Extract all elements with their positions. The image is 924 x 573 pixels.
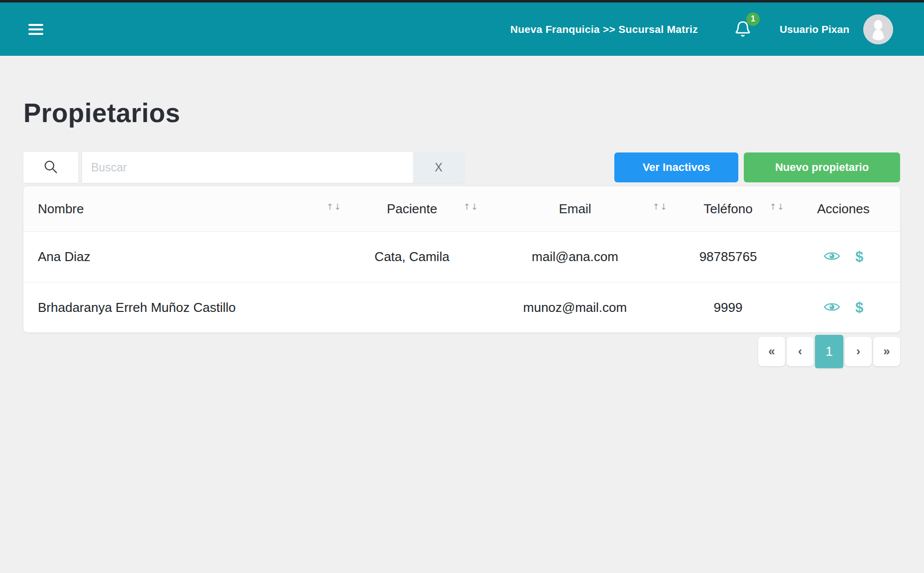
dollar-icon: $ [855, 249, 863, 265]
main-content: Propietarios X Ver Inactivos Nuevo propi… [0, 98, 924, 369]
search-icon [43, 159, 59, 176]
sort-icon: ↑↓ [653, 202, 668, 212]
table-row: Brhadaranya Erreh Muñoz Castillo munoz@m… [23, 282, 900, 332]
nuevo-propietario-button[interactable]: Nuevo propietario [744, 152, 900, 182]
user-menu-label[interactable]: Usuario Pixan [780, 23, 849, 35]
avatar[interactable] [863, 14, 893, 44]
toolbar: X Ver Inactivos Nuevo propietario [23, 152, 900, 183]
view-owner-button[interactable] [822, 300, 841, 315]
app-header: Nueva Franquicia >> Sucursal Matriz 1 Us… [0, 2, 924, 56]
table-header-row: Nombre ↑↓ Paciente ↑↓ Email ↑↓ Teléfono … [23, 186, 900, 232]
toolbar-buttons: Ver Inactivos Nuevo propietario [614, 152, 900, 182]
dollar-icon: $ [855, 299, 863, 316]
notification-badge: 1 [746, 12, 760, 26]
pagination-prev-button[interactable]: ‹ [787, 337, 813, 366]
payments-button[interactable]: $ [854, 248, 864, 266]
cell-actions: $ [787, 248, 900, 266]
cell-paciente: Cata, Camila [344, 249, 480, 265]
column-header-acciones: Acciones [787, 201, 900, 217]
notifications-button[interactable]: 1 [734, 19, 752, 39]
breadcrumb: Nueva Franquicia >> Sucursal Matriz [510, 23, 698, 35]
payments-button[interactable]: $ [854, 298, 864, 317]
sort-icon: ↑↓ [770, 202, 785, 212]
page-title: Propietarios [23, 98, 900, 128]
owners-table: Nombre ↑↓ Paciente ↑↓ Email ↑↓ Teléfono … [23, 186, 900, 332]
pagination-first-button[interactable]: « [758, 337, 785, 366]
column-header-nombre[interactable]: Nombre ↑↓ [23, 201, 344, 217]
column-header-paciente[interactable]: Paciente ↑↓ [344, 201, 480, 217]
hamburger-icon [28, 24, 43, 35]
menu-button[interactable] [26, 19, 45, 39]
ver-inactivos-button[interactable]: Ver Inactivos [614, 152, 738, 182]
clear-search-button[interactable]: X [413, 152, 464, 183]
column-header-telefono[interactable]: Teléfono ↑↓ [670, 201, 787, 217]
cell-nombre: Brhadaranya Erreh Muñoz Castillo [23, 300, 344, 315]
cell-email: munoz@mail.com [480, 300, 670, 315]
eye-icon [823, 301, 840, 314]
cell-actions: $ [787, 298, 900, 317]
cell-telefono: 98785765 [670, 249, 787, 265]
view-owner-button[interactable] [822, 249, 841, 265]
cell-telefono: 9999 [670, 300, 787, 315]
table-row: Ana Diaz Cata, Camila mail@ana.com 98785… [23, 232, 900, 282]
pagination-next-button[interactable]: › [845, 337, 872, 366]
search-bar: X [23, 152, 464, 183]
pagination-page-1-button[interactable]: 1 [815, 335, 843, 368]
pagination: « ‹ 1 › » [23, 334, 900, 369]
sort-icon: ↑↓ [463, 202, 479, 212]
cell-email: mail@ana.com [480, 249, 670, 265]
cell-nombre: Ana Diaz [23, 249, 344, 265]
eye-icon [823, 250, 840, 264]
sort-icon: ↑↓ [327, 202, 342, 212]
search-input[interactable] [82, 152, 413, 183]
pagination-last-button[interactable]: » [873, 337, 900, 366]
search-button[interactable] [23, 152, 78, 183]
column-header-email[interactable]: Email ↑↓ [480, 201, 670, 217]
